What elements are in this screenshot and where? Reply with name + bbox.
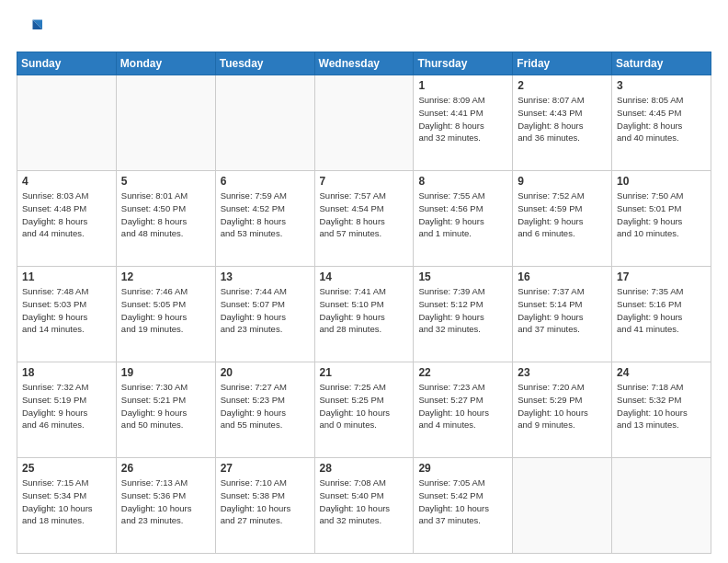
day-info: Sunrise: 7:50 AM Sunset: 5:01 PM Dayligh…: [617, 190, 706, 240]
calendar-cell: 2Sunrise: 8:07 AM Sunset: 4:43 PM Daylig…: [513, 75, 612, 171]
day-info: Sunrise: 8:03 AM Sunset: 4:48 PM Dayligh…: [22, 190, 111, 240]
calendar-cell: 27Sunrise: 7:10 AM Sunset: 5:38 PM Dayli…: [215, 458, 314, 554]
day-info: Sunrise: 7:13 AM Sunset: 5:36 PM Dayligh…: [121, 477, 210, 527]
day-info: Sunrise: 7:39 AM Sunset: 5:12 PM Dayligh…: [418, 285, 507, 336]
day-number: 15: [418, 270, 507, 283]
day-number: 2: [518, 79, 607, 92]
day-info: Sunrise: 7:23 AM Sunset: 5:27 PM Dayligh…: [418, 381, 507, 431]
col-header-sunday: Sunday: [17, 52, 117, 75]
calendar-cell: 26Sunrise: 7:13 AM Sunset: 5:36 PM Dayli…: [116, 458, 215, 554]
calendar-cell: 16Sunrise: 7:37 AM Sunset: 5:14 PM Dayli…: [513, 267, 612, 362]
calendar-table: SundayMondayTuesdayWednesdayThursdayFrid…: [17, 52, 711, 554]
page: SundayMondayTuesdayWednesdayThursdayFrid…: [0, 0, 728, 563]
day-info: Sunrise: 7:48 AM Sunset: 5:03 PM Dayligh…: [22, 285, 111, 336]
day-info: Sunrise: 7:30 AM Sunset: 5:21 PM Dayligh…: [121, 381, 210, 431]
calendar-cell: 3Sunrise: 8:05 AM Sunset: 4:45 PM Daylig…: [612, 75, 711, 171]
day-number: 25: [22, 462, 111, 475]
day-info: Sunrise: 7:05 AM Sunset: 5:42 PM Dayligh…: [418, 477, 507, 527]
calendar-cell: 8Sunrise: 7:55 AM Sunset: 4:56 PM Daylig…: [414, 171, 513, 267]
calendar-cell: 6Sunrise: 7:59 AM Sunset: 4:52 PM Daylig…: [215, 171, 314, 267]
day-number: 11: [22, 270, 111, 283]
header: [17, 17, 711, 42]
day-number: 3: [617, 79, 706, 92]
calendar-cell: [513, 458, 612, 554]
day-info: Sunrise: 7:20 AM Sunset: 5:29 PM Dayligh…: [518, 381, 607, 431]
calendar-cell: 9Sunrise: 7:52 AM Sunset: 4:59 PM Daylig…: [513, 171, 612, 267]
day-number: 13: [221, 270, 310, 283]
day-info: Sunrise: 8:09 AM Sunset: 4:41 PM Dayligh…: [418, 94, 507, 144]
calendar-cell: 22Sunrise: 7:23 AM Sunset: 5:27 PM Dayli…: [414, 362, 513, 458]
calendar-week-4: 25Sunrise: 7:15 AM Sunset: 5:34 PM Dayli…: [17, 458, 711, 554]
calendar-cell: [215, 75, 314, 171]
calendar-cell: 4Sunrise: 8:03 AM Sunset: 4:48 PM Daylig…: [17, 171, 117, 267]
day-number: 28: [320, 462, 409, 475]
day-info: Sunrise: 7:08 AM Sunset: 5:40 PM Dayligh…: [320, 477, 409, 527]
day-info: Sunrise: 7:52 AM Sunset: 4:59 PM Dayligh…: [518, 190, 607, 240]
day-number: 6: [221, 175, 310, 188]
logo-icon: [17, 17, 42, 42]
day-number: 26: [121, 462, 210, 475]
calendar-cell: 12Sunrise: 7:46 AM Sunset: 5:05 PM Dayli…: [116, 267, 215, 362]
day-info: Sunrise: 7:59 AM Sunset: 4:52 PM Dayligh…: [221, 190, 310, 240]
day-info: Sunrise: 7:55 AM Sunset: 4:56 PM Dayligh…: [418, 190, 507, 240]
calendar-cell: 7Sunrise: 7:57 AM Sunset: 4:54 PM Daylig…: [314, 171, 414, 267]
calendar-cell: 28Sunrise: 7:08 AM Sunset: 5:40 PM Dayli…: [314, 458, 414, 554]
day-number: 18: [22, 366, 111, 379]
calendar-cell: 17Sunrise: 7:35 AM Sunset: 5:16 PM Dayli…: [612, 267, 711, 362]
calendar-cell: 10Sunrise: 7:50 AM Sunset: 5:01 PM Dayli…: [612, 171, 711, 267]
day-number: 16: [518, 270, 607, 283]
day-info: Sunrise: 7:37 AM Sunset: 5:14 PM Dayligh…: [518, 285, 607, 336]
day-number: 5: [121, 175, 210, 188]
day-number: 12: [121, 270, 210, 283]
day-info: Sunrise: 7:10 AM Sunset: 5:38 PM Dayligh…: [221, 477, 310, 527]
calendar-cell: 25Sunrise: 7:15 AM Sunset: 5:34 PM Dayli…: [17, 458, 117, 554]
day-number: 29: [418, 462, 507, 475]
day-info: Sunrise: 8:05 AM Sunset: 4:45 PM Dayligh…: [617, 94, 706, 144]
day-info: Sunrise: 7:27 AM Sunset: 5:23 PM Dayligh…: [221, 381, 310, 431]
day-number: 8: [418, 175, 507, 188]
calendar-week-0: 1Sunrise: 8:09 AM Sunset: 4:41 PM Daylig…: [17, 75, 711, 171]
day-info: Sunrise: 7:41 AM Sunset: 5:10 PM Dayligh…: [320, 285, 409, 336]
calendar-cell: 14Sunrise: 7:41 AM Sunset: 5:10 PM Dayli…: [314, 267, 414, 362]
day-info: Sunrise: 7:15 AM Sunset: 5:34 PM Dayligh…: [22, 477, 111, 527]
col-header-saturday: Saturday: [612, 52, 711, 75]
day-number: 19: [121, 366, 210, 379]
calendar-cell: 19Sunrise: 7:30 AM Sunset: 5:21 PM Dayli…: [116, 362, 215, 458]
calendar-week-3: 18Sunrise: 7:32 AM Sunset: 5:19 PM Dayli…: [17, 362, 711, 458]
day-info: Sunrise: 7:25 AM Sunset: 5:25 PM Dayligh…: [320, 381, 409, 431]
day-number: 21: [320, 366, 409, 379]
day-info: Sunrise: 7:57 AM Sunset: 4:54 PM Dayligh…: [320, 190, 409, 240]
calendar-cell: 5Sunrise: 8:01 AM Sunset: 4:50 PM Daylig…: [116, 171, 215, 267]
day-number: 10: [617, 175, 706, 188]
day-info: Sunrise: 7:35 AM Sunset: 5:16 PM Dayligh…: [617, 285, 706, 336]
day-number: 23: [518, 366, 607, 379]
day-info: Sunrise: 8:07 AM Sunset: 4:43 PM Dayligh…: [518, 94, 607, 144]
day-number: 27: [221, 462, 310, 475]
day-number: 24: [617, 366, 706, 379]
logo: [17, 17, 46, 42]
day-number: 1: [418, 79, 507, 92]
calendar-cell: 18Sunrise: 7:32 AM Sunset: 5:19 PM Dayli…: [17, 362, 117, 458]
calendar-cell: 11Sunrise: 7:48 AM Sunset: 5:03 PM Dayli…: [17, 267, 117, 362]
calendar-header-row: SundayMondayTuesdayWednesdayThursdayFrid…: [17, 52, 711, 75]
day-info: Sunrise: 7:44 AM Sunset: 5:07 PM Dayligh…: [221, 285, 310, 336]
calendar-cell: [116, 75, 215, 171]
day-number: 14: [320, 270, 409, 283]
calendar-cell: 21Sunrise: 7:25 AM Sunset: 5:25 PM Dayli…: [314, 362, 414, 458]
calendar-cell: 24Sunrise: 7:18 AM Sunset: 5:32 PM Dayli…: [612, 362, 711, 458]
day-number: 9: [518, 175, 607, 188]
day-number: 4: [22, 175, 111, 188]
col-header-monday: Monday: [116, 52, 215, 75]
calendar-cell: [612, 458, 711, 554]
col-header-thursday: Thursday: [414, 52, 513, 75]
calendar-cell: 13Sunrise: 7:44 AM Sunset: 5:07 PM Dayli…: [215, 267, 314, 362]
calendar-cell: 1Sunrise: 8:09 AM Sunset: 4:41 PM Daylig…: [414, 75, 513, 171]
calendar-week-2: 11Sunrise: 7:48 AM Sunset: 5:03 PM Dayli…: [17, 267, 711, 362]
calendar-cell: [314, 75, 414, 171]
calendar-cell: 23Sunrise: 7:20 AM Sunset: 5:29 PM Dayli…: [513, 362, 612, 458]
day-number: 17: [617, 270, 706, 283]
calendar-cell: [17, 75, 117, 171]
day-number: 20: [221, 366, 310, 379]
day-number: 22: [418, 366, 507, 379]
day-info: Sunrise: 8:01 AM Sunset: 4:50 PM Dayligh…: [121, 190, 210, 240]
